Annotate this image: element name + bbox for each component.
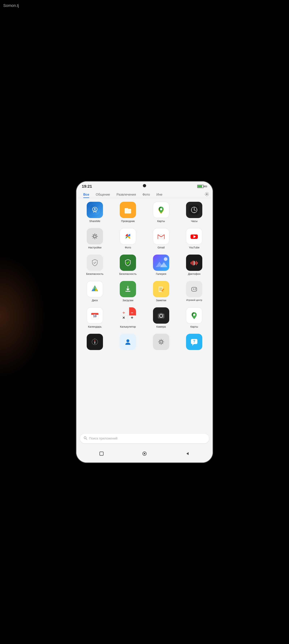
svg-point-79 [193,314,195,316]
security-green-icon [120,254,136,271]
search-bar[interactable]: Поиск приложений [80,434,209,443]
tabs-bar: Все Общение Развлечения Фото Ине [76,190,213,198]
calculator-label: Калькулятор [120,325,136,328]
calculator-icon: ÷ × − + [120,307,136,324]
svg-point-58 [195,289,196,290]
gmail-icon [153,228,169,244]
side-button [213,236,213,250]
youtube-icon [186,228,202,244]
app-gamecenter[interactable]: Игровой центр [182,281,207,302]
security1-label: Безопасность [86,272,103,276]
app-gmail[interactable]: Gmail [148,228,174,249]
svg-point-76 [160,315,162,317]
app-settings[interactable]: Настройки [82,228,107,249]
tab-photo[interactable]: Фото [139,191,153,198]
svg-point-30 [164,257,167,261]
calendar-icon: 13 ВС [87,307,103,324]
app-drive[interactable]: Диск [82,281,107,302]
app-recorder[interactable]: Диктофон [182,254,207,276]
app-youtube[interactable]: YouTube [182,228,207,249]
gamecenter-label: Игровой центр [186,299,202,302]
youtube-label: YouTube [189,246,200,249]
svg-text:×: × [122,315,125,320]
apps-row-3: Безопасность Безопасность [78,253,211,279]
apps-row-5: 13 ВС Календарь [78,306,211,332]
svg-rect-46 [125,291,130,292]
folder-label: Проводник [121,220,135,223]
watermark: Somon.tj [3,3,19,8]
camera-notch [143,184,146,187]
app-security1[interactable]: Безопасность [82,254,107,276]
clock-icon [186,202,202,218]
app-gallery[interactable]: Галерея [148,254,174,276]
svg-rect-32 [191,262,191,264]
app-downloads[interactable]: Загрузки [115,281,141,302]
svg-rect-37 [196,261,197,265]
app-compass[interactable]: N [82,334,107,352]
app-help[interactable]: ? [182,334,207,352]
tab-all[interactable]: Все [80,191,92,198]
svg-text:?: ? [193,339,195,344]
app-clock[interactable]: Часы [182,202,207,223]
nav-bar [76,446,213,462]
accounts-icon [120,334,136,350]
photos-label: Фото [125,246,131,249]
tab-communication[interactable]: Общение [92,191,113,198]
settings2-icon [153,334,169,350]
battery-box [197,185,204,188]
screen-content: 19:21 86 Все Общение Развлечения Фото Ин… [76,182,213,462]
clock-label: Часы [191,220,198,223]
apps-row-1: ShareMe Проводник [78,200,211,226]
nav-square-button[interactable] [97,449,106,458]
app-accounts[interactable] [115,334,141,352]
nav-home-button[interactable] [140,449,149,458]
tab-more[interactable]: Ине [153,191,166,198]
app-shareme[interactable]: ShareMe [82,202,107,223]
svg-point-84 [94,341,95,342]
app-notes[interactable]: Заметки [148,281,174,302]
gallery-label: Галерея [156,272,166,276]
svg-point-57 [195,288,196,289]
svg-text:−: − [131,310,133,315]
tab-settings-icon[interactable] [205,192,209,198]
status-time: 19:21 [82,184,92,189]
app-provodik[interactable]: Проводник [115,202,141,223]
svg-text:N: N [94,338,95,339]
apps-row-2: Настройки [78,226,211,253]
gallery-icon [153,254,169,271]
search-icon [84,436,87,441]
settings-icon [87,228,103,244]
app-maps2[interactable]: Карты [182,307,207,328]
tab-entertainment[interactable]: Развлечения [113,191,139,198]
gmail-label: Gmail [158,246,165,249]
gamecenter-icon [186,281,202,297]
app-settings2[interactable] [148,334,174,352]
app-calculator[interactable]: ÷ × − + Калькулятор [115,307,141,328]
downloads-icon [120,281,136,297]
svg-text:+: + [131,315,133,320]
status-icons: 86 [197,185,207,188]
app-photos[interactable]: Фото [115,228,141,249]
svg-rect-38 [197,262,198,264]
folder-icon [120,202,136,218]
app-grid-scroll: ShareMe Проводник [76,198,213,432]
settings-label: Настройки [88,246,101,249]
apps-row-4: Диск Загрузки [78,279,211,306]
app-camera[interactable]: Камера [148,307,174,328]
nav-back-button[interactable] [183,449,192,458]
maps2-icon [186,307,202,324]
svg-rect-27 [153,254,169,271]
svg-point-98 [144,453,145,454]
app-security2[interactable]: Безопасность [115,254,141,276]
recorder-label: Диктофон [188,272,201,276]
svg-rect-33 [192,261,192,265]
app-calendar[interactable]: 13 ВС Календарь [82,307,107,328]
app-maps[interactable]: Карты [148,202,174,223]
downloads-label: Загрузки [122,299,133,302]
svg-point-12 [194,210,195,210]
svg-point-7 [160,208,162,210]
svg-point-2 [94,208,96,210]
svg-point-0 [206,194,207,195]
maps-icon [153,202,169,218]
phone-body: 19:21 86 Все Общение Развлечения Фото Ин… [76,181,213,463]
